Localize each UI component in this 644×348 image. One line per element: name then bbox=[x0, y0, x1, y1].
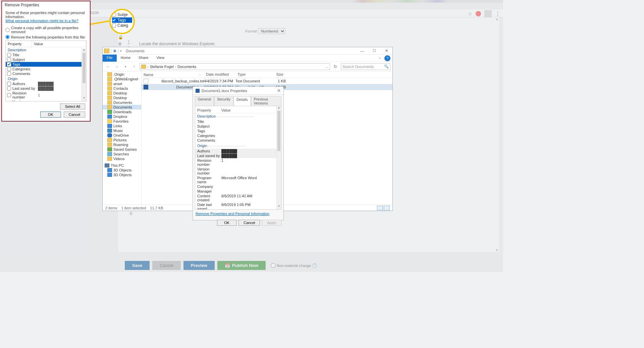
remove-properties-link[interactable]: Remove Properties and Personal Informati… bbox=[193, 210, 272, 218]
scroll-up-icon[interactable]: ▲ bbox=[495, 17, 498, 21]
format-select[interactable]: Numbered bbox=[258, 28, 285, 34]
property-row[interactable]: Comments bbox=[6, 71, 86, 76]
property-row[interactable]: Comments bbox=[195, 138, 281, 143]
property-row[interactable]: Content created8/6/2019 11:42 AM bbox=[195, 194, 281, 202]
cancel-button[interactable]: Cancel bbox=[238, 220, 260, 226]
qat-icon[interactable]: ▣ bbox=[113, 49, 116, 53]
file-list-header[interactable]: Name︿ Date modified Type Size bbox=[142, 71, 392, 78]
property-row[interactable]: Categories bbox=[6, 67, 86, 71]
nav-item[interactable]: Downloads bbox=[103, 110, 141, 114]
opera-icon[interactable] bbox=[476, 11, 481, 16]
nav-forward-icon[interactable]: → bbox=[113, 63, 120, 70]
cancel-button[interactable]: Cancel bbox=[152, 261, 180, 270]
help-tooltip-icon[interactable]: ? bbox=[312, 263, 317, 268]
property-row[interactable]: Date last saved8/6/2019 1:05 PM bbox=[195, 202, 281, 210]
ok-button[interactable]: OK bbox=[40, 112, 61, 118]
nav-item[interactable]: 3D Objects bbox=[103, 172, 141, 177]
scroll-down-icon[interactable]: ▼ bbox=[495, 249, 498, 252]
trash-icon[interactable]: 🗑 bbox=[118, 42, 123, 46]
crumb-dropdown-icon[interactable]: ⌄ bbox=[326, 65, 328, 68]
nav-item[interactable]: Dropbox bbox=[103, 114, 141, 119]
help-icon[interactable]: ? bbox=[384, 55, 390, 61]
property-row[interactable]: Version number bbox=[6, 99, 86, 101]
nav-item[interactable]: Documents bbox=[103, 105, 141, 110]
ribbon-tab-home[interactable]: Home bbox=[117, 55, 135, 62]
personal-info-link[interactable]: What personal information might be in a … bbox=[5, 19, 87, 23]
nav-item[interactable]: Favorites bbox=[103, 119, 141, 124]
search-input[interactable]: Search Documents 🔍 bbox=[341, 63, 390, 70]
ribbon-tab-view[interactable]: View bbox=[152, 55, 168, 62]
close-icon[interactable]: ✕ bbox=[277, 88, 281, 93]
property-row[interactable]: Revision number1 bbox=[195, 158, 281, 167]
nav-item[interactable]: Videos bbox=[103, 156, 141, 161]
crumb-1[interactable]: Documents bbox=[177, 65, 196, 69]
nav-item[interactable]: Saved Games bbox=[103, 147, 141, 152]
bookmark-star-icon[interactable]: ☆ bbox=[468, 11, 472, 16]
close-button[interactable]: ✕ bbox=[380, 47, 392, 55]
nav-item[interactable]: Links bbox=[103, 124, 141, 128]
property-row[interactable]: Categories bbox=[195, 133, 281, 138]
radio-create-copy[interactable]: Create a copy with all possible properti… bbox=[5, 26, 87, 34]
properties-tab[interactable]: General bbox=[195, 96, 214, 106]
ribbon-tab-file[interactable]: File bbox=[103, 55, 117, 62]
property-row[interactable]: Authors██████ bbox=[6, 81, 86, 86]
nav-item[interactable]: Searches bbox=[103, 152, 141, 156]
property-row[interactable]: Revision number1 bbox=[6, 91, 86, 99]
explorer-nav-tree[interactable]: .Origin.QtWebEnginelanselContactsDesktop… bbox=[103, 71, 142, 205]
crumb-0[interactable]: Stefanie Fogel bbox=[150, 65, 174, 69]
nav-item[interactable]: This PC bbox=[103, 163, 141, 168]
list-scrollbar[interactable]: ▲▼ bbox=[82, 48, 86, 101]
property-row[interactable]: Subject bbox=[195, 124, 281, 129]
ok-button[interactable]: OK bbox=[217, 220, 236, 226]
nav-item[interactable]: .QtWebEnginel bbox=[103, 77, 141, 81]
lock-icon[interactable]: 🔒 bbox=[118, 35, 123, 40]
nav-item[interactable]: Roaming bbox=[103, 142, 141, 147]
properties-titlebar[interactable]: Document1.docx Properties ✕ bbox=[193, 87, 283, 95]
cancel-button[interactable]: Cancel bbox=[64, 112, 85, 118]
refresh-icon[interactable]: ↻ bbox=[332, 64, 339, 69]
nav-item[interactable]: Contacts bbox=[103, 86, 141, 91]
explorer-titlebar[interactable]: ▣ ▾ Documents — ☐ ✕ bbox=[103, 47, 392, 55]
ribbon-tab-share[interactable]: Share bbox=[135, 55, 152, 62]
select-all-button[interactable]: Select All bbox=[60, 103, 85, 110]
nav-recent-icon[interactable]: ▾ bbox=[122, 63, 129, 70]
property-row[interactable]: Subject bbox=[6, 57, 86, 62]
apply-button[interactable]: Apply bbox=[262, 220, 281, 226]
publish-now-button[interactable]: 📅 Publish Now bbox=[217, 261, 266, 270]
nav-item[interactable]: 3D Objects bbox=[103, 168, 141, 172]
minimize-button[interactable]: — bbox=[356, 47, 368, 55]
properties-tab[interactable]: Previous Versions bbox=[251, 96, 281, 106]
nav-item[interactable]: .Origin bbox=[103, 72, 141, 77]
ribbon-collapse-icon[interactable]: ⌄ bbox=[376, 55, 383, 62]
property-row[interactable]: Last saved by██████ bbox=[195, 153, 281, 158]
non-material-change-checkbox[interactable]: Non-material change ? bbox=[271, 263, 317, 268]
file-row[interactable]: discord_backup_codes.txt4/4/2019 7:34 PM… bbox=[142, 78, 392, 84]
nav-item[interactable]: ansel bbox=[103, 81, 141, 86]
properties-tab[interactable]: Security bbox=[214, 96, 233, 106]
property-row[interactable]: Manager bbox=[195, 189, 281, 194]
maximize-button[interactable]: ☐ bbox=[368, 47, 380, 55]
preview-button[interactable]: Preview bbox=[183, 261, 215, 270]
property-row[interactable]: Last saved by██████ bbox=[6, 86, 86, 91]
property-row[interactable]: Version number bbox=[195, 167, 281, 176]
save-button[interactable]: Save bbox=[125, 261, 150, 270]
browser-menu-icon[interactable]: ⋮ bbox=[495, 11, 500, 17]
panel-scrollbar[interactable]: ▲▼ bbox=[276, 106, 281, 209]
property-row[interactable]: Tags bbox=[195, 129, 281, 133]
nav-item[interactable]: Desktop bbox=[103, 91, 141, 95]
nav-back-icon[interactable]: ← bbox=[105, 63, 111, 70]
nav-item[interactable]: Desktop bbox=[103, 95, 141, 100]
property-row[interactable]: Title bbox=[6, 53, 86, 57]
nav-item[interactable]: Documents bbox=[103, 100, 141, 105]
property-row[interactable]: Title bbox=[195, 119, 281, 124]
qat-dropdown-icon[interactable]: ▾ bbox=[120, 49, 122, 53]
nav-item[interactable]: Pictures bbox=[103, 138, 141, 142]
property-row[interactable]: Company bbox=[195, 184, 281, 189]
view-icons-button[interactable] bbox=[384, 206, 390, 210]
property-row[interactable]: Authors██████ bbox=[195, 149, 281, 153]
trash-icon[interactable]: 🗑 bbox=[129, 211, 133, 216]
radio-remove-following[interactable]: Remove the following properties from thi… bbox=[5, 35, 87, 39]
view-details-button[interactable] bbox=[377, 206, 383, 210]
nav-item[interactable]: OneDrive bbox=[103, 133, 141, 138]
property-row[interactable]: Tags bbox=[6, 62, 86, 67]
